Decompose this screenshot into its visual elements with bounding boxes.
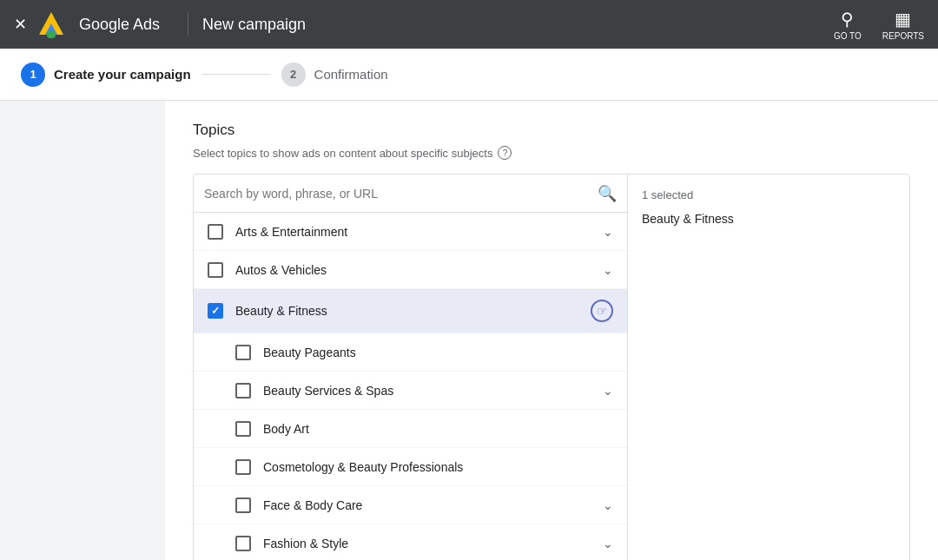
nav-actions: ⚲ GO TO ▦ REPORTS	[834, 9, 924, 41]
topic-list: Arts & Entertainment ⌄ Autos & Vehicles …	[194, 213, 627, 560]
goto-icon: ⚲	[841, 9, 854, 30]
checkbox-cosmetology[interactable]	[235, 459, 251, 475]
checkbox-body-art[interactable]	[235, 421, 251, 437]
close-icon[interactable]: ✕	[14, 15, 27, 34]
expand-icon-autos[interactable]: ⌄	[603, 263, 613, 277]
topic-item-beauty-pageants[interactable]: Beauty Pageants	[194, 333, 627, 372]
expand-icon-arts[interactable]: ⌄	[603, 225, 613, 239]
topic-item-autos[interactable]: Autos & Vehicles ⌄	[194, 251, 627, 289]
topic-item-cosmetology[interactable]: Cosmetology & Beauty Professionals	[194, 448, 627, 486]
cursor-icon: ☞	[591, 300, 613, 322]
goto-button[interactable]: ⚲ GO TO	[834, 9, 862, 41]
step-1: 1 Create your campaign	[21, 63, 191, 87]
expand-icon-fashion[interactable]: ⌄	[603, 537, 613, 550]
topic-label-cosmetology: Cosmetology & Beauty Professionals	[263, 460, 613, 474]
checkbox-beauty[interactable]: ✓	[208, 303, 223, 319]
checkbox-face-body[interactable]	[235, 497, 251, 513]
topics-container: 🔍 Arts & Entertainment ⌄ Autos & Vehicle…	[193, 174, 910, 560]
topic-label-beauty: Beauty & Fitness	[235, 304, 591, 318]
checkbox-fashion[interactable]	[235, 536, 251, 551]
topic-label-face-body: Face & Body Care	[263, 498, 603, 512]
step-connector	[201, 74, 271, 75]
topic-item-body-art[interactable]: Body Art	[194, 410, 627, 448]
topic-item-beauty[interactable]: ✓ Beauty & Fitness ☞	[194, 289, 627, 333]
step-2-label: Confirmation	[314, 67, 388, 82]
app-name: Google Ads	[79, 16, 160, 34]
google-ads-logo	[37, 10, 65, 38]
search-input[interactable]	[204, 187, 598, 201]
nav-divider	[188, 12, 188, 36]
selected-item-beauty-fitness: Beauty & Fitness	[642, 212, 895, 226]
topics-left-panel: 🔍 Arts & Entertainment ⌄ Autos & Vehicle…	[194, 175, 628, 560]
help-icon[interactable]: ?	[498, 146, 512, 160]
step-2-circle: 2	[281, 63, 306, 87]
expand-icon-face-body[interactable]: ⌄	[603, 498, 613, 512]
main-content: Topics Select topics to show ads on cont…	[0, 101, 938, 560]
checkbox-autos[interactable]	[208, 262, 223, 278]
topic-label-autos: Autos & Vehicles	[235, 263, 603, 277]
section-subtitle: Select topics to show ads on content abo…	[193, 146, 910, 160]
search-bar: 🔍	[194, 175, 627, 213]
top-navigation: ✕ Google Ads New campaign ⚲ GO TO ▦ REPO…	[0, 0, 938, 49]
page-title: New campaign	[202, 16, 306, 34]
checkbox-arts[interactable]	[208, 224, 223, 240]
topics-right-panel: 1 selected Beauty & Fitness	[628, 175, 909, 560]
topic-label-fashion: Fashion & Style	[263, 537, 603, 550]
sidebar	[0, 101, 165, 560]
step-2: 2 Confirmation	[281, 63, 388, 87]
topic-item-beauty-services[interactable]: Beauty Services & Spas ⌄	[194, 372, 627, 410]
step-1-label: Create your campaign	[54, 67, 191, 82]
reports-label: REPORTS	[882, 31, 924, 41]
topic-item-fashion[interactable]: Fashion & Style ⌄	[194, 524, 627, 560]
content-area: Topics Select topics to show ads on cont…	[165, 101, 938, 560]
topic-item-face-body[interactable]: Face & Body Care ⌄	[194, 486, 627, 524]
topic-item-arts[interactable]: Arts & Entertainment ⌄	[194, 213, 627, 251]
checkbox-beauty-pageants[interactable]	[235, 345, 251, 360]
goto-label: GO TO	[834, 31, 862, 41]
topic-label-beauty-pageants: Beauty Pageants	[263, 346, 613, 359]
topic-label-body-art: Body Art	[263, 422, 613, 436]
section-title: Topics	[193, 122, 910, 139]
checkbox-beauty-services[interactable]	[235, 383, 251, 399]
reports-button[interactable]: ▦ REPORTS	[882, 9, 924, 41]
topic-label-beauty-services: Beauty Services & Spas	[263, 384, 603, 398]
checkmark-beauty: ✓	[211, 305, 220, 317]
search-icon: 🔍	[598, 184, 617, 203]
reports-icon: ▦	[895, 9, 911, 30]
expand-icon-beauty-services[interactable]: ⌄	[603, 384, 613, 398]
step-1-circle: 1	[21, 63, 45, 87]
topic-label-arts: Arts & Entertainment	[235, 225, 603, 239]
breadcrumb-bar: 1 Create your campaign 2 Confirmation	[0, 49, 938, 101]
selected-count: 1 selected	[642, 188, 895, 201]
